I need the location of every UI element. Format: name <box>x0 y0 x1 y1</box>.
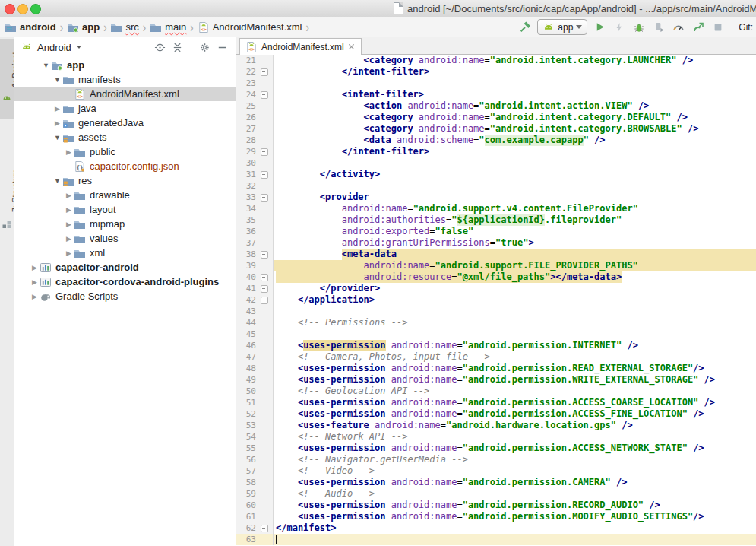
code-line-32[interactable]: 32 <box>236 180 756 192</box>
chevron-right-icon[interactable]: ▶ <box>30 278 40 286</box>
code-line-34[interactable]: 34 android:name="android.support.v4.cont… <box>236 203 756 214</box>
tree-item-app[interactable]: ▼app <box>14 58 236 72</box>
code-line-47[interactable]: 47 <!-- Camera, Photos, input file --> <box>236 351 756 363</box>
code-line-53[interactable]: 53 <uses-feature android:name="android.h… <box>236 420 756 431</box>
code-line-content[interactable]: <data android:scheme="com.example.capapp… <box>274 135 756 146</box>
code-line-content[interactable]: </manifest> <box>274 522 756 534</box>
code-line-31[interactable]: 31 </activity> <box>236 169 756 180</box>
code-line-62[interactable]: 62</manifest> <box>236 522 756 534</box>
chevron-right-icon[interactable]: ▶ <box>64 192 74 199</box>
code-line-54[interactable]: 54 <!-- Network API --> <box>236 431 756 443</box>
code-line-content[interactable] <box>274 157 756 169</box>
code-line-50[interactable]: 50 <!-- Geolocation API --> <box>236 386 756 397</box>
code-line-content[interactable]: <uses-permission android:name="android.p… <box>274 477 756 488</box>
tree-item-xml[interactable]: ▶xml <box>14 246 236 260</box>
code-line-content[interactable] <box>274 329 756 340</box>
chevron-right-icon[interactable]: ▶ <box>64 148 74 156</box>
tree-item-public[interactable]: ▶public <box>14 144 236 159</box>
tree-item-values[interactable]: ▶values <box>14 231 236 246</box>
code-line-37[interactable]: 37 android:grantUriPermissions="true"> <box>236 237 756 249</box>
tree-item-layout[interactable]: ▶layout <box>14 202 236 217</box>
code-line-29[interactable]: 29 </intent-filter> <box>236 146 756 157</box>
code-line-content[interactable]: android:exported="false" <box>274 226 756 237</box>
tree-item-drawable[interactable]: ▶drawable <box>14 188 236 202</box>
fold-marker-icon[interactable] <box>261 285 268 293</box>
debug-button[interactable] <box>631 19 647 35</box>
code-line-content[interactable] <box>274 534 756 545</box>
chevron-down-icon[interactable]: ▼ <box>41 62 51 69</box>
code-line-content[interactable]: <!-- Network API --> <box>274 431 756 443</box>
code-line-content[interactable]: </provider> <box>274 283 756 294</box>
tree-item-java[interactable]: ▶java <box>14 101 236 116</box>
chevron-right-icon[interactable]: ▶ <box>52 119 62 127</box>
collapse-all-button[interactable] <box>172 42 183 53</box>
code-line-59[interactable]: 59 <!-- Audio --> <box>236 488 756 500</box>
code-line-content[interactable]: <!-- Navigator.getUserMedia --> <box>274 454 756 465</box>
code-line-content[interactable]: <action android:name="android.intent.act… <box>274 100 756 112</box>
code-line-content[interactable]: android:grantUriPermissions="true"> <box>274 237 756 249</box>
hide-panel-button[interactable] <box>217 42 228 53</box>
tab-androidmanifest[interactable]: <> AndroidManifest.xml <box>239 38 362 55</box>
code-line-28[interactable]: 28 <data android:scheme="com.example.cap… <box>236 135 756 146</box>
close-tab-icon[interactable] <box>348 43 356 51</box>
code-line-content[interactable]: <!-- Audio --> <box>274 488 756 500</box>
code-line-24[interactable]: 24 <intent-filter> <box>236 89 756 100</box>
tree-item-manifests[interactable]: ▼manifests <box>14 72 236 87</box>
code-line-58[interactable]: 58 <uses-permission android:name="androi… <box>236 477 756 488</box>
code-line-43[interactable]: 43 <box>236 306 756 317</box>
profiler-button[interactable] <box>671 19 686 35</box>
minimize-window-button[interactable] <box>17 4 28 14</box>
project-view-selector[interactable]: Android <box>37 42 71 53</box>
locate-file-button[interactable] <box>154 42 166 53</box>
chevron-right-icon[interactable]: ▶ <box>30 264 40 271</box>
code-line-55[interactable]: 55 <uses-permission android:name="androi… <box>236 443 756 454</box>
chevron-right-icon[interactable]: ▶ <box>64 235 74 243</box>
code-line-content[interactable]: <category android:name="android.intent.c… <box>274 123 756 135</box>
code-line-30[interactable]: 30 <box>236 157 756 169</box>
code-line-content[interactable] <box>274 78 756 89</box>
code-line-52[interactable]: 52 <uses-permission android:name="androi… <box>236 408 756 420</box>
code-line-22[interactable]: 22 </intent-filter> <box>236 66 756 78</box>
code-line-content[interactable]: <uses-permission android:name="android.p… <box>274 500 756 511</box>
code-line-content[interactable]: <!-- Permissions --> <box>274 317 756 329</box>
code-line-56[interactable]: 56 <!-- Navigator.getUserMedia --> <box>236 454 756 465</box>
code-line-27[interactable]: 27 <category android:name="android.inten… <box>236 123 756 135</box>
chevron-down-icon[interactable]: ▼ <box>52 76 62 84</box>
code-line-content[interactable]: <!-- Video --> <box>274 465 756 477</box>
code-line-44[interactable]: 44 <!-- Permissions --> <box>236 317 756 329</box>
run-button[interactable] <box>592 19 607 35</box>
fold-marker-icon[interactable] <box>261 148 268 156</box>
code-line-26[interactable]: 26 <category android:name="android.inten… <box>236 112 756 123</box>
code-line-content[interactable]: <uses-permission android:name="android.p… <box>274 397 756 408</box>
settings-gear-button[interactable] <box>199 42 210 53</box>
code-editor[interactable]: 21 <category android:name="android.inten… <box>236 55 756 546</box>
tree-item-gradle-scripts[interactable]: ▶Gradle Scripts <box>14 289 236 303</box>
code-line-content[interactable]: android:name="android.support.v4.content… <box>274 203 756 214</box>
code-line-content[interactable]: </application> <box>274 294 756 306</box>
fold-marker-icon[interactable] <box>261 251 268 259</box>
attach-debugger-button[interactable] <box>651 19 666 35</box>
code-line-content[interactable]: </activity> <box>274 169 756 180</box>
code-line-61[interactable]: 61 <uses-permission android:name="androi… <box>236 511 756 522</box>
code-line-60[interactable]: 60 <uses-permission android:name="androi… <box>236 500 756 511</box>
breadcrumb-item-app[interactable]: app <box>66 21 100 33</box>
code-line-49[interactable]: 49 <uses-permission android:name="androi… <box>236 374 756 386</box>
build-hammer-button[interactable] <box>517 19 533 35</box>
code-line-48[interactable]: 48 <uses-permission android:name="androi… <box>236 363 756 374</box>
fold-marker-icon[interactable] <box>261 297 268 304</box>
code-line-39[interactable]: 39 android:name="android.support.FILE_PR… <box>236 260 756 271</box>
code-line-63[interactable]: 63 <box>236 534 756 545</box>
code-line-content[interactable]: <provider <box>274 192 756 203</box>
code-line-content[interactable] <box>274 306 756 317</box>
code-line-content[interactable]: <uses-permission android:name="android.p… <box>274 374 756 386</box>
chevron-right-icon[interactable]: ▶ <box>64 206 74 214</box>
maximize-window-button[interactable] <box>30 4 41 14</box>
code-line-21[interactable]: 21 <category android:name="android.inten… <box>236 55 756 66</box>
code-line-content[interactable]: android:authorities="${applicationId}.fi… <box>274 214 756 226</box>
code-line-content[interactable]: <intent-filter> <box>274 89 756 100</box>
code-line-content[interactable]: <uses-permission android:name="android.p… <box>274 340 756 351</box>
tree-item-capacitor-config-json[interactable]: {}capacitor.config.json <box>14 159 236 173</box>
tree-item-res[interactable]: ▼res <box>14 173 236 188</box>
fold-marker-icon[interactable] <box>261 194 268 202</box>
code-line-38[interactable]: 38 <meta-data <box>236 249 756 260</box>
